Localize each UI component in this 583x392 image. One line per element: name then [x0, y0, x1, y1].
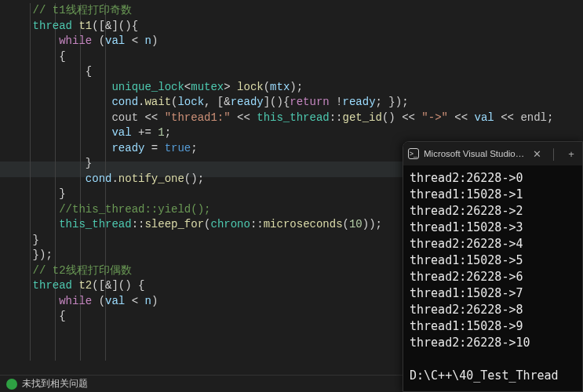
code-line[interactable]: cout << "thread1:" << this_thread::get_i…	[6, 111, 583, 126]
terminal-line: D:\C++\40_Test_Thread	[410, 368, 576, 384]
new-tab-icon[interactable]: +	[565, 147, 578, 160]
terminal-line: thread2:26228->8	[410, 302, 576, 318]
terminal-line: thread1:15028->1	[410, 187, 576, 203]
terminal-line: thread2:26228->2	[410, 203, 576, 220]
terminal-icon: >_	[408, 148, 419, 159]
code-line[interactable]: {	[6, 64, 583, 80]
terminal-line	[410, 351, 576, 368]
terminal-line: thread1:15028->7	[410, 285, 576, 302]
terminal-titlebar[interactable]: >_ Microsoft Visual Studio 调试 ✕ │ +	[403, 142, 582, 165]
code-line[interactable]: // t1线程打印奇数	[6, 3, 583, 19]
terminal-line: thread2:26228->10	[410, 335, 576, 351]
close-icon[interactable]: ✕	[530, 147, 543, 160]
status-text: 未找到相关问题	[22, 377, 88, 390]
check-icon	[6, 379, 17, 390]
terminal-line: thread2:26228->6	[410, 269, 576, 285]
terminal-line: thread2:26228->4	[410, 236, 576, 252]
code-line[interactable]: thread t1([&](){	[6, 19, 583, 34]
terminal-line: thread1:15028->5	[410, 252, 576, 269]
terminal-line: thread2:26228->0	[410, 170, 576, 187]
terminal-output[interactable]: thread2:26228->0thread1:15028->1thread2:…	[403, 165, 582, 391]
terminal-title: Microsoft Visual Studio 调试	[424, 148, 526, 160]
vertical-divider: │	[548, 147, 560, 160]
terminal-window: >_ Microsoft Visual Studio 调试 ✕ │ + thre…	[403, 141, 583, 392]
terminal-line: thread1:15028->3	[410, 220, 576, 236]
code-line[interactable]: cond.wait(lock, [&ready](){return !ready…	[6, 95, 583, 111]
terminal-line: thread1:15028->9	[410, 318, 576, 335]
code-line[interactable]: while (val < n)	[6, 34, 583, 49]
code-line[interactable]: unique_lock<mutex> lock(mtx);	[6, 80, 583, 96]
code-line[interactable]: {	[6, 49, 583, 65]
code-line[interactable]: val += 1;	[6, 125, 583, 141]
